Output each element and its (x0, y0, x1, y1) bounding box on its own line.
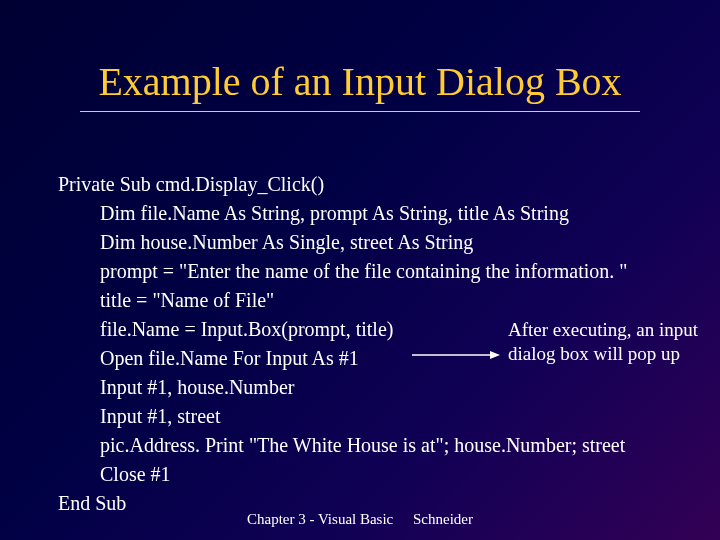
annotation: After executing, an input dialog box wil… (508, 318, 718, 366)
footer: Chapter 3 - Visual Basic Schneider (0, 511, 720, 528)
code-line: prompt = "Enter the name of the file con… (58, 257, 627, 286)
code-line: Close #1 (58, 460, 627, 489)
code-line: Dim house.Number As Single, street As St… (58, 228, 627, 257)
footer-right: Schneider (413, 511, 473, 527)
code-line: Private Sub cmd.Display_Click() (58, 170, 627, 199)
code-line: pic.Address. Print "The White House is a… (58, 431, 627, 460)
svg-marker-1 (490, 351, 500, 359)
annotation-line: dialog box will pop up (508, 342, 718, 366)
arrow-icon (412, 350, 500, 352)
code-line: Input #1, house.Number (58, 373, 627, 402)
code-line: Dim file.Name As String, prompt As Strin… (58, 199, 627, 228)
code-line: title = "Name of File" (58, 286, 627, 315)
slide-title: Example of an Input Dialog Box (0, 0, 720, 105)
annotation-line: After executing, an input (508, 318, 718, 342)
footer-left: Chapter 3 - Visual Basic (247, 511, 393, 527)
title-underline (80, 111, 640, 112)
code-line: Input #1, street (58, 402, 627, 431)
